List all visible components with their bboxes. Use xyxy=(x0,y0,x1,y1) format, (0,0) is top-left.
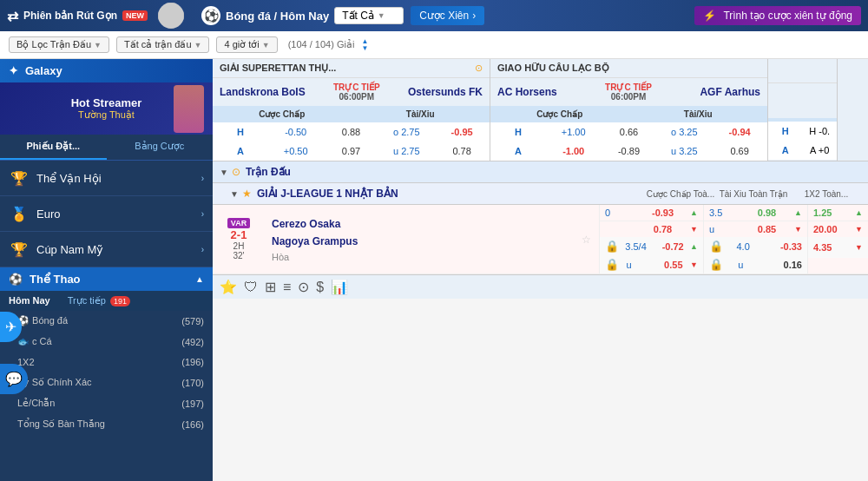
sort-icons[interactable]: ▲ ▼ xyxy=(361,38,368,52)
star-toolbar-icon[interactable]: ⭐ xyxy=(220,279,237,295)
sidebar-item-cup-nam-my[interactable]: 🏆 Cúp Nam Mỹ › xyxy=(0,232,213,267)
topbar-left: ⇄ Phiên bản Rút Gọn NEW xyxy=(7,3,184,29)
score: 2-1 xyxy=(231,228,247,241)
main-layout: ✦ Galaxy Hot Streamer Tường Thuật Phiếu … xyxy=(0,59,868,481)
live-star[interactable]: ☆ xyxy=(573,205,599,273)
lock-row-3: 🔒 4.0 -0.33 xyxy=(704,237,807,255)
live-teams: Cerezo Osaka Nagoya Grampus Hòa xyxy=(265,205,573,273)
jleague-arrow: ▼ xyxy=(230,189,239,199)
odds-row-2b: A -1.00 -0.89 u 3.25 0.69 xyxy=(490,142,767,161)
league1-title: GIẢI SUPERETTAN THỤ... xyxy=(220,63,336,74)
lock-icon-3: 🔒 xyxy=(709,240,723,253)
sidebar-section-the-thao[interactable]: ⚽ Thể Thao ▲ xyxy=(0,267,213,291)
tat-ca-dropdown[interactable]: Tất Cả ▼ xyxy=(334,7,404,24)
tab-phieu-dat[interactable]: Phiếu Đặt... xyxy=(0,135,107,160)
tab-bang-cuoc[interactable]: Bảng Cược xyxy=(107,135,214,160)
odds-header-1: Cược Chấp Tài/Xiu xyxy=(213,106,490,122)
auto-bet-button[interactable]: ⚡ Trình tạo cược xiên tự động xyxy=(694,6,861,25)
sidebar-galaxy[interactable]: ✦ Galaxy xyxy=(0,59,213,82)
match-card-giao-huu: GIAO HỮU CÂU LẠC BỘ AC Horsens TRỰC TIẾP… xyxy=(490,59,768,161)
tai-xiu-top: 3.5 0.98 ▲ xyxy=(704,205,807,221)
jleague-team2: Nagoya Grampus xyxy=(272,233,566,250)
football-icon: ⚽ xyxy=(201,6,220,25)
content-area: GIẢI SUPERETTAN THỤ... ⊙ Landskrona BoIS… xyxy=(213,59,868,481)
sidebar-bet-ty-so[interactable]: Tỷ Số Chính Xác (170) xyxy=(0,372,213,393)
league2-title: GIAO HỮU CÂU LẠC BỘ xyxy=(497,63,609,74)
match-card-partial: H H -0. A A +0 xyxy=(768,59,838,161)
section-arrow: ▼ xyxy=(220,168,228,177)
team4-name: AGF Aarhus xyxy=(700,86,760,98)
sidebar-bet-tong-so[interactable]: Tổng Số Bàn Thắng (166) xyxy=(0,414,213,435)
bottom-toolbar: ⭐ 🛡 ⊞ ≡ ⊙ $ 📊 xyxy=(213,274,868,299)
var-badge: VAR xyxy=(227,218,250,228)
coin-icon-1[interactable]: ⊙ xyxy=(475,63,483,74)
bet-xieng-button[interactable]: Cược Xiên › xyxy=(411,6,484,25)
section-cols: Cược Chấp Toà... Tài Xiu Toàn Trận 1X2 T… xyxy=(646,189,861,199)
odds-row-1b: A +0.50 0.97 u 2.75 0.78 xyxy=(213,142,490,161)
live-badge: 191 xyxy=(110,296,130,306)
chart-toolbar-icon[interactable]: 📊 xyxy=(331,279,348,295)
dollar-toolbar-icon[interactable]: $ xyxy=(316,280,324,295)
team2-name: Ostersunds FK xyxy=(408,86,483,98)
topbar-label: Phiên bản Rút Gọn xyxy=(23,10,117,22)
coin-toolbar-icon[interactable]: ⊙ xyxy=(298,279,309,295)
live-match-jleague: VAR 2-1 2H 32' Cerezo Osaka Nagoya Gramp… xyxy=(213,205,868,274)
sport-filter: ⚽ Bóng đá / Hôm Nay Tất Cả ▼ xyxy=(201,6,404,25)
lock-row-1: 🔒 3.5/4 -0.72 ▲ xyxy=(600,237,703,255)
tai-xiu-bottom: u 0.85 ▼ xyxy=(704,221,807,237)
section-title: Trận Đấu xyxy=(246,166,861,178)
odds-bottom-1: 0.78 ▼ xyxy=(600,221,703,237)
sidebar-bet-1x2[interactable]: 1X2 (196) xyxy=(0,353,213,372)
sidebar: ✦ Galaxy Hot Streamer Tường Thuật Phiếu … xyxy=(0,59,213,481)
gio-toi-button[interactable]: 4 giờ tới ▼ xyxy=(216,36,277,53)
sidebar-bet-bong-da[interactable]: ⚽ Bóng đá (579) xyxy=(0,311,213,332)
trophy-icon: 🏆 xyxy=(9,168,30,188)
filter-bar: Bộ Lọc Trận Đấu ▼ Tất cả trận đấu ▼ 4 gi… xyxy=(0,31,868,59)
top-bar: ⇄ Phiên bản Rút Gọn NEW ⚽ Bóng đá / Hôm … xyxy=(0,0,868,31)
odds-row-2a: H +1.00 0.66 o 3.25 -0.94 xyxy=(490,122,767,142)
chevron-right-icon: › xyxy=(201,174,204,183)
bo-loc-tran-dau-button[interactable]: Bộ Lọc Trận Đấu ▼ xyxy=(9,36,109,53)
shield-toolbar-icon[interactable]: 🛡 xyxy=(244,280,258,295)
sidebar-bet-le-chan[interactable]: Lẻ/Chẵn (197) xyxy=(0,393,213,414)
jleague-section-header[interactable]: ▼ ★ GIẢI J-LEAGUE 1 NHẬT BẢN Cược Chấp T… xyxy=(213,183,868,205)
lock-row-2: 🔒 u 0.55 ▼ xyxy=(600,255,703,273)
lock-icon-2: 🔒 xyxy=(605,258,619,271)
match-time-1: 06:00PM xyxy=(333,92,380,102)
football-sidebar-icon: ⚽ xyxy=(9,273,23,286)
banner-main: Hot Streamer xyxy=(71,96,142,109)
section-star: ⊙ xyxy=(232,166,240,178)
jleague-star[interactable]: ★ xyxy=(242,188,252,200)
sub-tab-hom-nay[interactable]: Hôm Nay xyxy=(0,291,59,311)
1x2-bottom: 20.00 ▼ xyxy=(808,221,868,237)
live-match-row: VAR 2-1 2H 32' Cerezo Osaka Nagoya Gramp… xyxy=(213,205,868,273)
sub-tab-truc-tiep[interactable]: Trực tiếp 191 xyxy=(59,291,139,311)
odds-top-1: 0 -0.93 ▲ xyxy=(600,205,703,221)
sidebar-item-the-van-hoi[interactable]: 🏆 Thể Vận Hội › xyxy=(0,161,213,196)
matches-row: GIẢI SUPERETTAN THỤ... ⊙ Landskrona BoIS… xyxy=(213,59,868,161)
sidebar-bet-ca[interactable]: 🐟 c Cá (492) xyxy=(0,332,213,353)
1x2-draw: 4.35 ▼ xyxy=(808,237,868,258)
list-toolbar-icon[interactable]: ≡ xyxy=(283,280,291,295)
match-teams-1: Landskrona BoIS TRỰC TIẾP 06:00PM Osters… xyxy=(213,78,490,106)
chevron-right-icon3: › xyxy=(201,245,204,254)
cuoc-chap-odds: 0 -0.93 ▲ 0.78 ▼ 🔒 3.5/4 -0.72 ▲ xyxy=(599,205,703,273)
jleague-team1: Cerezo Osaka xyxy=(272,215,566,233)
match-card-superettan: GIẢI SUPERETTAN THỤ... ⊙ Landskrona BoIS… xyxy=(213,59,490,161)
live-status-2: TRỰC TIẾP xyxy=(605,82,652,92)
game-count: (104 / 104) Giải xyxy=(288,39,355,50)
match-status: VAR 2-1 2H 32' xyxy=(213,205,265,273)
sidebar-tabs: Phiếu Đặt... Bảng Cược xyxy=(0,135,213,161)
team1-name: Landskrona BoIS xyxy=(220,86,306,98)
menu-icon: ⇄ xyxy=(7,8,18,24)
new-badge: NEW xyxy=(122,10,148,21)
tat-ca-tran-dau-button[interactable]: Tất cả trận đấu ▼ xyxy=(116,36,209,53)
grid-toolbar-icon[interactable]: ⊞ xyxy=(265,279,276,295)
sidebar-item-euro[interactable]: 🏅 Euro › xyxy=(0,196,213,232)
chevron-right-icon2: › xyxy=(201,209,204,219)
avatar xyxy=(158,3,184,29)
lock-icon-1: 🔒 xyxy=(605,240,619,253)
tran-dau-section-header[interactable]: ▼ ⊙ Trận Đấu xyxy=(213,161,868,183)
odds-header-2: Cược Chấp Tài/Xiu xyxy=(490,106,767,122)
lock-icon-4: 🔒 xyxy=(709,258,723,271)
